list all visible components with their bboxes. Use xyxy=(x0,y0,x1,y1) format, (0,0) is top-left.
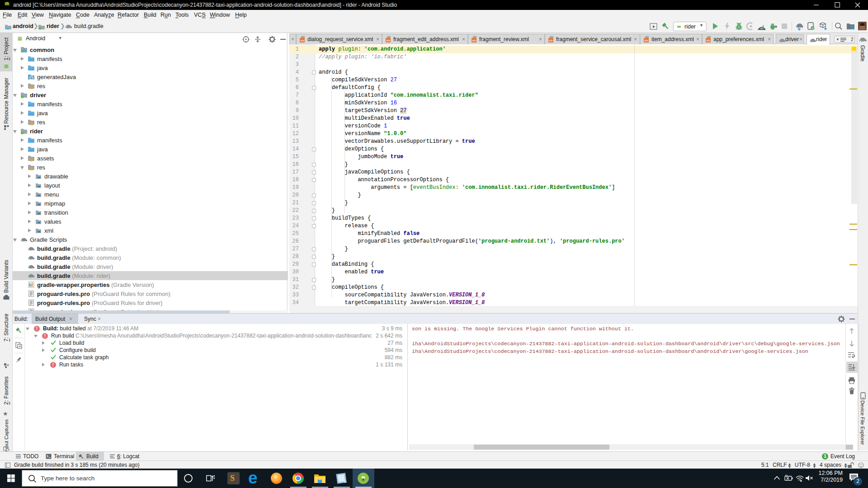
svg-text:<>: <> xyxy=(300,39,304,42)
svg-text:<>: <> xyxy=(472,39,476,42)
svg-text:<>: <> xyxy=(386,39,390,42)
svg-text:<>: <> xyxy=(549,39,552,42)
svg-text:<>: <> xyxy=(706,39,710,42)
svg-text:<>: <> xyxy=(644,39,648,42)
